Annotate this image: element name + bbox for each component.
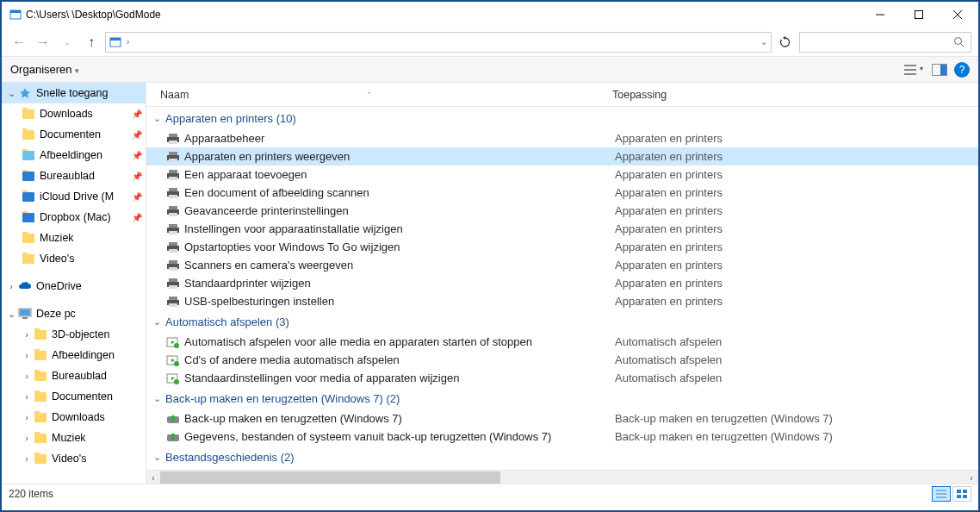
chevron-down-icon[interactable]: ⌄ — [153, 393, 165, 404]
sidebar-this-pc[interactable]: ⌄ Deze pc — [2, 303, 146, 324]
sidebar-item[interactable]: Documenten📌 — [2, 124, 146, 145]
sidebar-onedrive[interactable]: › OneDrive — [2, 276, 146, 297]
chevron-down-icon[interactable]: ⌄ — [5, 309, 17, 320]
sidebar-item[interactable]: ›3D-objecten — [2, 324, 146, 345]
up-button[interactable]: ↑ — [81, 32, 102, 53]
list-item[interactable]: Instellingen voor apparaatinstallatie wi… — [146, 220, 978, 238]
help-button[interactable]: ? — [954, 62, 970, 78]
chevron-right-icon[interactable]: › — [21, 391, 33, 402]
chevron-down-icon[interactable]: ⌄ — [153, 316, 165, 328]
navigation-sidebar[interactable]: ⌄ Snelle toegang Downloads📌Documenten📌Af… — [2, 83, 146, 484]
list-item[interactable]: Automatisch afspelen voor alle media en … — [146, 333, 978, 351]
recent-dropdown[interactable]: ⌄ — [57, 32, 78, 53]
sidebar-item[interactable]: ›Downloads — [2, 407, 146, 428]
item-application: Apparaten en printers — [615, 222, 723, 235]
list-item[interactable]: Cd's of andere media automatisch afspele… — [146, 351, 978, 369]
list-item[interactable]: Back-up maken en terugzetten (Windows 7)… — [146, 409, 978, 428]
preview-pane-button[interactable] — [932, 64, 947, 76]
sidebar-item[interactable]: Muziek — [2, 228, 146, 248]
list-item[interactable]: Gegevens, bestanden of systeem vanuit ba… — [146, 428, 978, 446]
scroll-left-icon[interactable]: ‹ — [146, 471, 160, 484]
pin-icon: 📌 — [132, 192, 142, 202]
sidebar-item[interactable]: ›Documenten — [2, 386, 146, 407]
list-item[interactable]: Scanners en camera's weergevenApparaten … — [146, 256, 978, 274]
autoplay-icon — [165, 335, 181, 349]
sidebar-item[interactable]: ›Muziek — [2, 428, 146, 448]
group-header[interactable]: ⌄Automatisch afspelen (3) — [146, 310, 978, 333]
svg-rect-14 — [940, 65, 946, 75]
chevron-down-icon[interactable]: ⌄ — [153, 452, 165, 463]
folder-icon — [21, 148, 36, 162]
address-bar[interactable]: › ⌄ — [105, 32, 772, 53]
refresh-button[interactable] — [775, 32, 796, 53]
close-button[interactable] — [938, 3, 977, 27]
list-item[interactable]: Geavanceerde printerinstellingenApparate… — [146, 202, 978, 220]
address-dropdown-icon[interactable]: ⌄ — [760, 37, 767, 47]
list-item[interactable]: Standaardprinter wijzigenApparaten en pr… — [146, 274, 978, 292]
svg-rect-44 — [169, 285, 177, 289]
forward-button[interactable]: → — [33, 32, 53, 53]
folder-icon — [21, 231, 36, 245]
column-header-application[interactable]: Toepassing — [612, 89, 978, 101]
chevron-right-icon[interactable]: › — [21, 433, 33, 443]
thumbnails-view-button[interactable] — [952, 486, 971, 502]
sidebar-item[interactable]: ›Video's — [2, 448, 146, 469]
chevron-right-icon[interactable]: › — [21, 371, 33, 381]
folder-icon — [21, 128, 36, 141]
group-header[interactable]: ⌄Back-up maken en terugzetten (Windows 7… — [146, 387, 978, 409]
sidebar-item[interactable]: ›Afbeeldingen — [2, 345, 146, 365]
svg-rect-35 — [169, 231, 177, 234]
view-options-button[interactable] — [904, 63, 925, 77]
chevron-right-icon[interactable]: › — [21, 412, 33, 422]
sidebar-item[interactable]: Afbeeldingen📌 — [2, 145, 146, 165]
list-item[interactable]: Een document of afbeelding scannenAppara… — [146, 184, 978, 202]
chevron-right-icon[interactable]: › — [5, 281, 17, 291]
scroll-right-icon[interactable]: › — [964, 471, 978, 484]
sidebar-quick-access[interactable]: ⌄ Snelle toegang — [2, 83, 146, 103]
svg-rect-26 — [169, 177, 177, 180]
maximize-button[interactable] — [899, 3, 938, 27]
item-name: Gegevens, bestanden of systeem vanuit ba… — [184, 430, 615, 443]
scrollbar-thumb[interactable] — [160, 471, 500, 484]
sidebar-item[interactable]: ›Bureaublad — [2, 365, 146, 386]
list-item[interactable]: USB-spelbesturingen instellenApparaten e… — [146, 292, 978, 310]
chevron-right-icon[interactable]: › — [21, 453, 33, 464]
printer-icon — [165, 150, 181, 164]
item-application: Apparaten en printers — [615, 295, 723, 308]
chevron-right-icon[interactable]: › — [21, 350, 33, 360]
sidebar-item-label: Documenten — [40, 128, 101, 140]
list-item[interactable]: Een apparaat toevoegenApparaten en print… — [146, 165, 978, 184]
group-header[interactable]: ⌄Bestandsgeschiedenis (2) — [146, 446, 978, 468]
sidebar-item[interactable]: Bureaublad📌 — [2, 165, 146, 186]
sidebar-item[interactable]: Video's — [2, 248, 146, 269]
printer-icon — [165, 132, 181, 146]
list-item[interactable]: Opstartopties voor Windows To Go wijzige… — [146, 238, 978, 256]
minimize-button[interactable] — [860, 3, 899, 27]
sidebar-item[interactable]: Dropbox (Mac)📌 — [2, 207, 146, 228]
breadcrumb-separator[interactable]: › — [127, 37, 129, 47]
item-name: Geavanceerde printerinstellingen — [184, 204, 615, 217]
svg-point-55 — [171, 418, 175, 421]
chevron-down-icon[interactable]: ⌄ — [5, 88, 17, 99]
list-item[interactable]: ApparaatbeheerApparaten en printers — [146, 129, 978, 147]
details-view-button[interactable] — [932, 486, 951, 502]
list-item[interactable]: Standaardinstellingen voor media of appa… — [146, 369, 978, 387]
organize-menu[interactable]: Organiseren ▾ — [10, 63, 79, 76]
sidebar-item[interactable]: iCloud Drive (M📌 — [2, 186, 146, 207]
horizontal-scrollbar[interactable]: ‹ › — [146, 470, 978, 484]
group-title: Back-up maken en terugzetten (Windows 7)… — [165, 392, 400, 405]
search-input[interactable] — [799, 32, 971, 53]
chevron-right-icon[interactable]: › — [21, 329, 33, 340]
chevron-down-icon[interactable]: ⌄ — [153, 113, 165, 124]
column-header-name[interactable]: Naam ⌃ — [160, 89, 612, 101]
svg-line-9 — [961, 43, 964, 47]
item-application: Back-up maken en terugzetten (Windows 7) — [615, 430, 833, 443]
list-item[interactable]: Apparaten en printers weergevenApparaten… — [146, 147, 978, 165]
group-header[interactable]: ⌄Apparaten en printers (10) — [146, 107, 978, 129]
items-list[interactable]: ⌄Apparaten en printers (10)Apparaatbehee… — [146, 107, 978, 470]
back-button[interactable]: ← — [9, 32, 29, 53]
printer-icon — [165, 222, 181, 236]
svg-rect-24 — [169, 170, 177, 173]
sidebar-item[interactable]: Downloads📌 — [2, 103, 146, 124]
pin-icon: 📌 — [132, 109, 142, 119]
